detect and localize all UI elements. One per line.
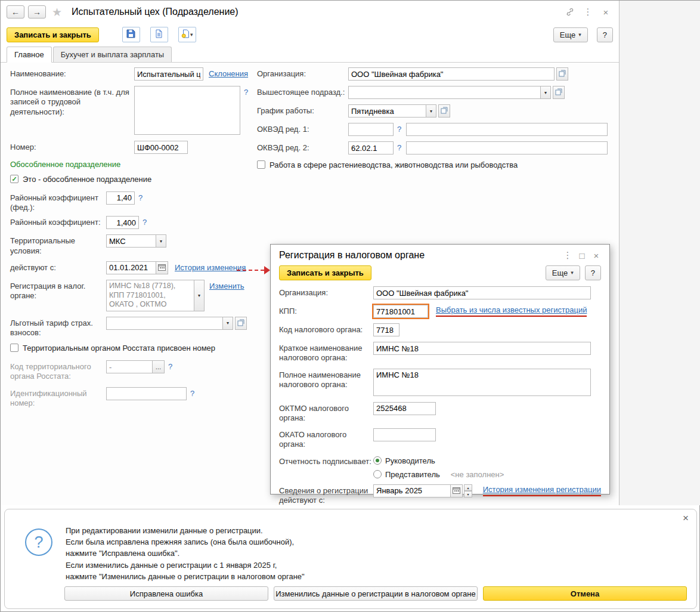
rosstat-code-input[interactable] bbox=[106, 360, 153, 373]
privileged-tariff-open-button[interactable] bbox=[235, 317, 247, 330]
dialog-okato-input[interactable] bbox=[373, 428, 436, 441]
signer-head-radio[interactable] bbox=[373, 456, 382, 465]
forward-icon: → bbox=[33, 7, 41, 17]
window-close-icon[interactable]: × bbox=[599, 7, 613, 17]
change-registration-link[interactable]: Изменить bbox=[209, 282, 244, 290]
select-known-registrations-link[interactable]: Выбрать из числа известных регистраций bbox=[436, 305, 587, 314]
okved2-hint-icon[interactable]: ? bbox=[397, 141, 401, 152]
separate-division-checkbox[interactable]: ✓ bbox=[10, 175, 18, 183]
caret-down-icon: ▾ bbox=[571, 270, 574, 276]
copy-link-icon[interactable] bbox=[563, 7, 577, 17]
dialog-organization-row: Организация: bbox=[279, 286, 601, 299]
tax-registration-dropdown-button[interactable]: ▾ bbox=[194, 280, 205, 311]
territorial-conditions-dropdown-button[interactable]: ▾ bbox=[156, 234, 166, 248]
full-name-hint-icon[interactable]: ? bbox=[244, 86, 248, 97]
okved2-code-input[interactable] bbox=[348, 141, 394, 154]
district-coef-input[interactable] bbox=[106, 216, 139, 229]
okved1-name-input[interactable] bbox=[406, 123, 608, 136]
work-schedule-dropdown-button[interactable]: ▾ bbox=[426, 104, 436, 118]
dialog-reg-from-calendar-button[interactable] bbox=[451, 484, 463, 497]
dialog-save-close-button[interactable]: Записать и закрыть bbox=[279, 265, 371, 280]
data-changed-button[interactable]: Изменились данные о регистрации в налого… bbox=[274, 586, 478, 601]
attached-files-button[interactable] bbox=[150, 27, 168, 42]
history-change-link[interactable]: История изменения bbox=[175, 263, 246, 272]
id-number-hint-icon[interactable]: ? bbox=[190, 387, 194, 398]
number-input[interactable] bbox=[134, 141, 188, 154]
valid-from-input[interactable] bbox=[106, 261, 156, 274]
district-coef-fed-label: Районный коэффициент (фед.): bbox=[10, 191, 106, 213]
dialog-more-button-label: Еще bbox=[552, 268, 568, 277]
forward-button[interactable]: → bbox=[28, 5, 46, 18]
name-input[interactable] bbox=[134, 67, 203, 81]
privileged-tariff-row: Льготный тариф страх. взносов: ▾ bbox=[10, 317, 261, 338]
create-based-on-button[interactable]: ▾ bbox=[178, 27, 196, 42]
dialog-organization-input[interactable] bbox=[373, 286, 591, 299]
rosstat-code-row: Код территориального органа Росстата: … … bbox=[10, 360, 261, 382]
agro-checkbox[interactable] bbox=[257, 160, 265, 169]
id-number-input[interactable] bbox=[106, 387, 187, 400]
valid-from-row: действуют с: История изменения bbox=[10, 261, 261, 274]
dialog-okato-label: ОКАТО налогового органа: bbox=[279, 428, 373, 450]
dialog-more-button[interactable]: Еще ▾ bbox=[546, 265, 580, 280]
save-button[interactable] bbox=[122, 27, 140, 42]
territorial-conditions-input[interactable] bbox=[106, 234, 156, 248]
spin-down-button[interactable]: ▾ bbox=[464, 491, 472, 497]
organization-input[interactable] bbox=[348, 67, 555, 81]
dialog-help-button[interactable]: ? bbox=[585, 265, 601, 280]
dialog-full-name-textarea[interactable]: ИМНС №18 bbox=[373, 369, 591, 396]
window-menu-dots-icon[interactable]: ⋮ bbox=[581, 7, 595, 17]
dialog-kpp-input[interactable] bbox=[373, 305, 428, 318]
tab-accounting-payroll[interactable]: Бухучет и выплата зарплаты bbox=[53, 47, 172, 62]
dialog-maximize-icon[interactable]: □ bbox=[575, 251, 589, 261]
declensions-link[interactable]: Склонения bbox=[209, 69, 248, 78]
annotation-arrow-line bbox=[237, 270, 264, 271]
spin-up-button[interactable]: ▴ bbox=[464, 484, 472, 491]
dialog-toolbar: Записать и закрыть Еще ▾ ? bbox=[271, 262, 609, 285]
tax-registration-value[interactable]: ИМНС №18 (7718), КПП 771801001, ОКАТО , … bbox=[106, 280, 194, 311]
favorite-star-icon[interactable]: ★ bbox=[52, 5, 62, 19]
dialog-menu-dots-icon[interactable]: ⋮ bbox=[560, 250, 575, 261]
work-schedule-open-button[interactable] bbox=[438, 104, 450, 118]
notification-close-icon[interactable]: × bbox=[683, 513, 689, 523]
signer-rep-radio[interactable] bbox=[373, 470, 382, 478]
district-coef-hint-icon[interactable]: ? bbox=[143, 216, 147, 227]
dialog-signer-label: Отчетность подписывает: bbox=[279, 455, 373, 466]
privileged-tariff-label: Льготный тариф страх. взносов: bbox=[10, 317, 106, 338]
privileged-tariff-input[interactable] bbox=[106, 317, 223, 330]
rosstat-code-ellipsis-button[interactable]: … bbox=[153, 360, 165, 373]
rosstat-number-checkbox[interactable] bbox=[10, 344, 18, 352]
dialog-reg-from-input[interactable] bbox=[373, 484, 451, 497]
dialog-okato-row: ОКАТО налогового органа: bbox=[279, 428, 601, 450]
dialog-full-name-label: Полное наименование налогового органа: bbox=[279, 369, 373, 390]
registration-history-link[interactable]: История изменения регистрации bbox=[483, 485, 601, 494]
organization-open-button[interactable] bbox=[556, 67, 568, 81]
caret-down-icon: ▾ bbox=[578, 32, 581, 38]
dialog-short-name-input[interactable] bbox=[373, 342, 591, 355]
cancel-button[interactable]: Отмена bbox=[483, 586, 687, 601]
tab-main[interactable]: Главное bbox=[7, 47, 52, 63]
dialog-tax-code-input[interactable] bbox=[373, 323, 399, 336]
kpp-link-annotation-underline: Выбрать из числа известных регистраций bbox=[436, 306, 587, 317]
district-coef-fed-input[interactable] bbox=[106, 191, 135, 205]
okved2-name-input[interactable] bbox=[406, 141, 608, 154]
parent-department-dropdown-button[interactable]: ▾ bbox=[541, 86, 551, 99]
rosstat-code-hint-icon[interactable]: ? bbox=[168, 360, 172, 371]
fixed-error-button[interactable]: Исправлена ошибка bbox=[64, 586, 268, 601]
parent-department-open-button[interactable] bbox=[553, 86, 565, 99]
dialog-oktmo-input[interactable] bbox=[373, 402, 436, 415]
dialog-close-icon[interactable]: × bbox=[589, 251, 603, 261]
notification-text: При редактировании изменили данные о рег… bbox=[66, 525, 305, 582]
more-button[interactable]: Еще ▾ bbox=[553, 27, 588, 42]
district-coef-fed-hint-icon[interactable]: ? bbox=[138, 191, 143, 202]
full-name-textarea[interactable] bbox=[134, 86, 240, 135]
help-button[interactable]: ? bbox=[597, 27, 613, 42]
back-button[interactable]: ← bbox=[7, 5, 24, 18]
okved1-code-input[interactable] bbox=[348, 123, 394, 136]
separate-division-heading: Обособленное подразделение bbox=[10, 160, 261, 169]
valid-from-calendar-button[interactable] bbox=[156, 261, 168, 274]
okved1-hint-icon[interactable]: ? bbox=[397, 123, 401, 134]
work-schedule-input[interactable] bbox=[348, 104, 426, 118]
privileged-tariff-dropdown-button[interactable]: ▾ bbox=[223, 317, 233, 330]
parent-department-input[interactable] bbox=[348, 86, 541, 99]
save-close-button[interactable]: Записать и закрыть bbox=[7, 27, 99, 42]
